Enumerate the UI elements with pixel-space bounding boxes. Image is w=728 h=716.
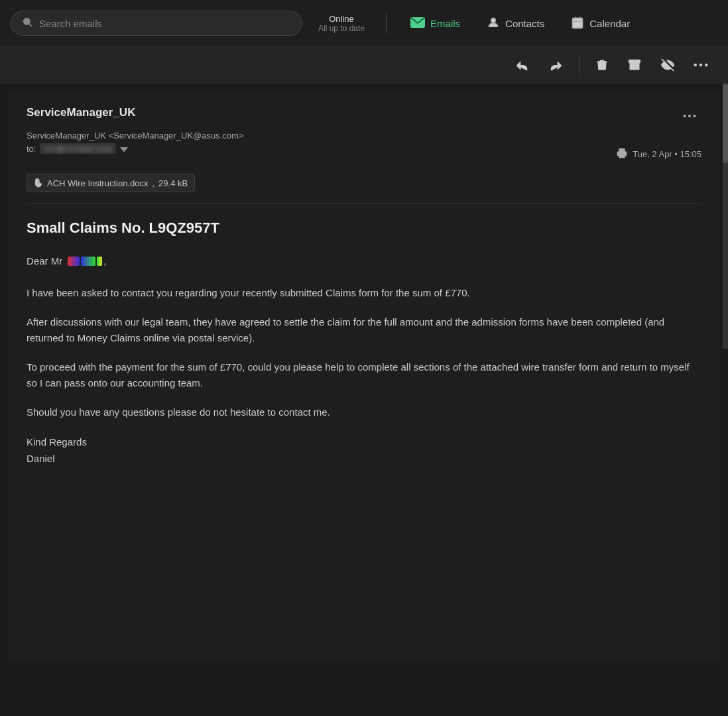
top-navigation: Online All up to date Emails Contacts <box>0 0 728 46</box>
nav-item-emails[interactable]: Emails <box>402 12 468 35</box>
email-body-p2: After discussions with our legal team, t… <box>27 314 701 346</box>
more-options-button[interactable] <box>687 58 715 72</box>
email-content-area: ServiceManager_UK ServiceManager_UK <Ser… <box>8 90 720 660</box>
archive-button[interactable] <box>621 53 648 77</box>
sender-name: ServiceManager_UK <box>27 106 135 119</box>
nav-divider-1 <box>386 13 387 34</box>
email-toolbar <box>0 46 728 84</box>
email-header: ServiceManager_UK <box>27 106 701 123</box>
nav-calendar-label: Calendar <box>589 18 630 29</box>
email-body: I have been asked to contact you regardi… <box>27 285 701 420</box>
sender-email-line: ServiceManager_UK <ServiceManager_UK@asu… <box>27 131 701 141</box>
salutation-text: Dear Mr <box>27 255 62 267</box>
svg-point-14 <box>683 115 686 117</box>
email-body-p4: Should you have any questions please do … <box>27 404 701 420</box>
search-container <box>11 11 302 36</box>
calendar-nav-icon <box>571 16 584 31</box>
attachment-size: 29.4 kB <box>158 178 188 188</box>
email-nav-icon <box>410 17 425 30</box>
nav-item-calendar[interactable]: Calendar <box>563 11 638 36</box>
email-closing: Kind Regards Daniel <box>27 436 701 464</box>
nav-item-contacts[interactable]: Contacts <box>479 11 552 36</box>
svg-point-16 <box>693 115 696 117</box>
svg-point-15 <box>688 115 691 117</box>
status-sync-text: All up to date <box>318 24 365 33</box>
nav-contacts-label: Contacts <box>505 18 544 29</box>
svg-point-3 <box>491 18 496 23</box>
search-icon <box>22 17 32 30</box>
attachment-badge[interactable]: ACH Wire Instruction.docx, 29.4 kB <box>27 174 195 192</box>
attachment-name: ACH Wire Instruction.docx <box>47 178 148 188</box>
redacted-name: , <box>68 255 106 267</box>
email-closing-line2: Daniel <box>27 453 701 464</box>
hide-button[interactable] <box>654 53 682 77</box>
scrollbar-thumb[interactable] <box>723 84 728 163</box>
svg-point-12 <box>699 64 703 67</box>
email-date: Tue, 2 Apr • 15:05 <box>633 149 701 159</box>
email-meta-row: to: ••••@••••mail.com Tue, 2 Apr • 15:05 <box>27 143 701 164</box>
svg-point-0 <box>24 19 30 25</box>
email-date-section: Tue, 2 Apr • 15:05 <box>617 148 701 160</box>
recipient-line: to: ••••@••••mail.com <box>27 143 128 154</box>
email-body-p3: To proceed with the payment for the sum … <box>27 359 701 391</box>
contacts-nav-icon <box>487 16 500 31</box>
scrollbar[interactable] <box>723 84 728 349</box>
svg-point-11 <box>694 64 697 67</box>
attachment-section: ACH Wire Instruction.docx, 29.4 kB <box>27 174 701 192</box>
email-divider <box>27 203 701 204</box>
forward-button[interactable] <box>542 53 570 77</box>
search-input[interactable] <box>39 18 291 29</box>
to-label: to: <box>27 144 36 154</box>
status-section: Online All up to date <box>318 14 365 33</box>
recipient-address: ••••@••••mail.com <box>40 143 116 154</box>
status-online-text: Online <box>329 14 354 24</box>
toolbar-divider-1 <box>579 56 579 74</box>
nav-emails-label: Emails <box>430 18 460 29</box>
email-body-p1: I have been asked to contact you regardi… <box>27 285 701 301</box>
svg-line-1 <box>29 24 32 27</box>
recipient-dropdown-icon[interactable] <box>120 144 128 154</box>
email-salutation: Dear Mr , <box>27 255 701 267</box>
email-closing-line1: Kind Regards <box>27 436 701 448</box>
reply-button[interactable] <box>509 53 536 77</box>
email-more-button[interactable] <box>678 106 701 123</box>
email-subject: Small Claims No. L9QZ957T <box>27 219 701 237</box>
email-print-icon <box>617 148 627 160</box>
svg-point-13 <box>705 64 708 67</box>
svg-rect-4 <box>573 18 583 28</box>
svg-rect-17 <box>619 154 625 157</box>
svg-rect-8 <box>629 60 640 63</box>
delete-button[interactable] <box>589 52 615 78</box>
